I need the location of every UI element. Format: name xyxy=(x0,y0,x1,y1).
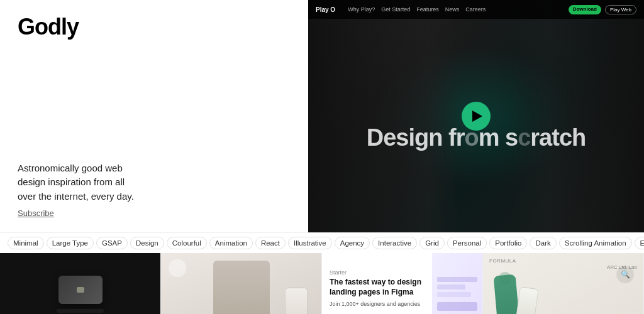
filter-bar: Minimal Large Type GSAP Design Colourful… xyxy=(0,232,644,253)
card-4[interactable]: FORMULA ARC Ltd. Lab 🔍 xyxy=(483,253,644,314)
video-nav-links: Why Play? Get Started Features News Care… xyxy=(348,6,486,13)
filter-portfolio[interactable]: Portfolio xyxy=(489,237,527,249)
filter-dark[interactable]: Dark xyxy=(530,237,556,249)
person-shape xyxy=(213,261,270,314)
card-2[interactable] xyxy=(161,253,322,314)
nav-link-why[interactable]: Why Play? xyxy=(348,6,375,13)
filter-design[interactable]: Design xyxy=(130,237,164,249)
nav-link-careers[interactable]: Careers xyxy=(465,6,486,13)
tagline: Astronomically good web design inspirati… xyxy=(18,161,143,204)
filter-illustrative[interactable]: Illustrative xyxy=(288,237,332,249)
filter-large-type[interactable]: Large Type xyxy=(47,237,94,249)
filter-interactive[interactable]: Interactive xyxy=(372,237,417,249)
leaf-accent xyxy=(499,272,511,284)
filter-gsap[interactable]: GSAP xyxy=(96,237,128,249)
play-icon xyxy=(472,111,482,122)
left-panel: Godly Astronomically good web design ins… xyxy=(0,0,308,232)
cards-row: Starter The fastest way to design landin… xyxy=(0,253,644,314)
figma-starter-label: Starter xyxy=(330,269,425,276)
search-icon: 🔍 xyxy=(621,270,630,279)
filter-colourful[interactable]: Colourful xyxy=(167,237,207,249)
credit-card-shape xyxy=(58,276,103,304)
video-nav: Play O Why Play? Get Started Features Ne… xyxy=(308,0,644,19)
download-button[interactable]: Download xyxy=(569,5,601,14)
filter-personal[interactable]: Personal xyxy=(447,237,487,249)
filter-animation[interactable]: Animation xyxy=(209,237,253,249)
subscribe-link[interactable]: Subscribe xyxy=(18,208,54,218)
logo: Godly xyxy=(18,14,291,40)
circle-accent xyxy=(169,259,186,277)
video-nav-logo: Play O xyxy=(316,6,335,13)
card-1[interactable] xyxy=(0,253,161,314)
filter-grid[interactable]: Grid xyxy=(419,237,445,249)
figma-subtitle: Join 1,000+ designers and agencies xyxy=(330,301,425,307)
filter-ecommerce[interactable]: E-commerce xyxy=(635,237,644,249)
filter-minimal[interactable]: Minimal xyxy=(8,237,44,249)
nav-link-features[interactable]: Features xyxy=(416,6,439,13)
product-label-top: FORMULA xyxy=(489,258,516,264)
play-web-button[interactable]: Play Web xyxy=(605,5,636,14)
video-nav-buttons: Download Play Web xyxy=(569,5,636,14)
filter-react[interactable]: React xyxy=(255,237,286,249)
figma-title: The fastest way to design landing pages … xyxy=(330,278,425,297)
play-button[interactable] xyxy=(462,102,491,131)
phone-shape xyxy=(285,288,308,314)
nav-link-news[interactable]: News xyxy=(445,6,460,13)
filter-agency[interactable]: Agency xyxy=(335,237,370,249)
bottom-bar-area: Minimal Large Type GSAP Design Colourful… xyxy=(0,232,644,314)
hand-right xyxy=(509,0,644,232)
main-wrapper: Godly Astronomically good web design ins… xyxy=(0,0,644,314)
video-panel: Play O Why Play? Get Started Features Ne… xyxy=(308,0,644,232)
product-shape-2 xyxy=(515,286,538,314)
nav-link-started[interactable]: Get Started xyxy=(381,6,410,13)
search-icon-circle: 🔍 xyxy=(616,266,634,283)
figma-preview xyxy=(432,253,482,314)
hand-left xyxy=(308,0,459,232)
filter-scrolling[interactable]: Scrolling Animation xyxy=(559,237,632,249)
card-3-figma[interactable]: Starter The fastest way to design landin… xyxy=(322,253,483,314)
